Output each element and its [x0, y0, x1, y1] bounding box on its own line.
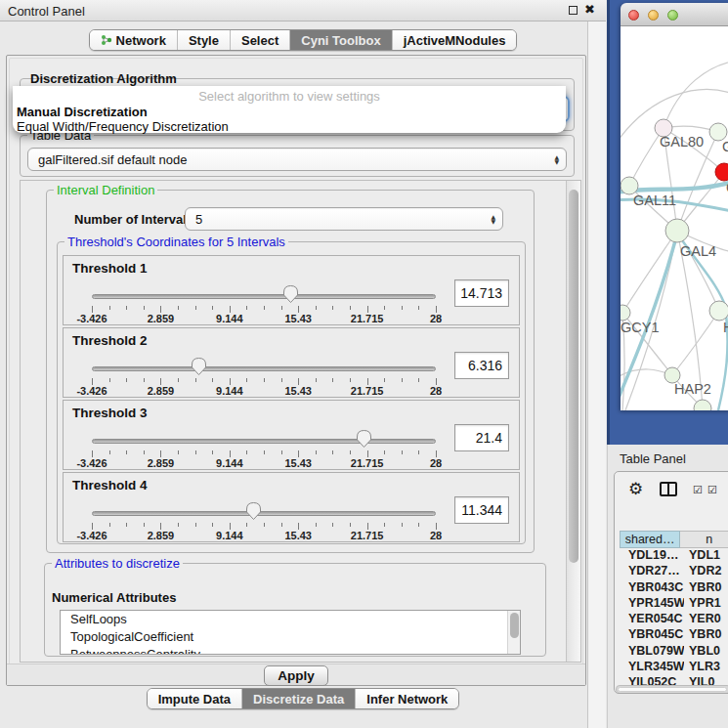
slider-thumb[interactable] [245, 501, 262, 521]
table-data-combobox[interactable]: galFiltered.sif default node ▲▼ [27, 148, 567, 171]
slider-track[interactable] [92, 294, 436, 299]
threshold-value-input[interactable] [454, 279, 509, 307]
slider-track[interactable] [92, 439, 436, 444]
columns-icon[interactable] [660, 482, 677, 496]
table-row[interactable]: YDL19…YDL1 [620, 548, 728, 564]
threshold-value-input[interactable] [454, 352, 509, 379]
panel-right-gutter [587, 21, 606, 728]
table-header-row: shared… n [620, 531, 728, 548]
cell-name[interactable]: YBR0 [684, 580, 728, 596]
tab-jactivemnodules[interactable]: jActiveMNodules [392, 30, 517, 50]
table-row[interactable]: YBR045CYBR0 [620, 627, 728, 643]
table-row[interactable]: YBL079WYBL0 [620, 644, 728, 660]
cell-name[interactable]: YBL0 [684, 644, 728, 660]
cell-name[interactable]: YPR1 [684, 596, 728, 612]
checkbox-icon[interactable]: ☑ [707, 484, 717, 496]
cell-shared-name[interactable]: YBR045C [620, 627, 684, 643]
scrollbar-thumb[interactable] [569, 190, 578, 563]
zoom-traffic-light-icon[interactable] [667, 10, 678, 21]
cell-name[interactable]: YER0 [684, 612, 728, 627]
slider-thumb[interactable] [191, 357, 207, 376]
node-label: GAL4 [680, 243, 716, 259]
threshold-panel-4: Threshold 4-3.4262.8599.14415.4321.71528 [63, 472, 520, 542]
slider-tick [316, 523, 317, 527]
gear-icon[interactable]: ⚙ [628, 479, 643, 498]
float-window-icon[interactable] [569, 6, 578, 15]
network-canvas[interactable]: GAL80GALCGAL11GAL4GCY1HHAP2 [621, 26, 728, 410]
tab-impute-data[interactable]: Impute Data [148, 689, 241, 708]
algorithm-prompt-item[interactable]: Select algorithm to view settings [13, 89, 566, 104]
threshold-panel-1: Threshold 1-3.4262.8599.14415.4321.71528 [63, 255, 520, 325]
close-traffic-light-icon[interactable] [628, 10, 639, 21]
tab-network[interactable]: Network [90, 30, 177, 50]
slider-tick [246, 378, 247, 382]
cell-shared-name[interactable]: YBR043C [620, 580, 684, 596]
cell-shared-name[interactable]: YLR345W [620, 660, 684, 675]
tab-discretize-data[interactable]: Discretize Data [241, 689, 355, 708]
threshold-slider[interactable]: -3.4262.8599.14415.4321.71528 [83, 281, 474, 324]
slider-track[interactable] [92, 366, 436, 371]
checkbox-icon[interactable]: ☑ [693, 484, 703, 496]
cell-name[interactable]: YDL1 [684, 548, 728, 564]
table-row[interactable]: YDR27…YDR2 [620, 564, 728, 579]
tab-style[interactable]: Style [177, 30, 230, 50]
cell-name[interactable]: YLR3 [684, 660, 728, 675]
network-node-c[interactable] [715, 163, 728, 181]
network-node-gcy1[interactable] [621, 305, 630, 321]
close-icon[interactable]: ✖ [584, 2, 595, 17]
algorithm-option-equal-width[interactable]: Equal Width/Frequency Discretization [17, 119, 229, 134]
network-node-gal4[interactable] [665, 219, 689, 242]
tab-infer-network[interactable]: Infer Network [355, 689, 458, 708]
cell-shared-name[interactable]: YER054C [620, 612, 684, 627]
cell-shared-name[interactable]: YPR145W [620, 596, 684, 612]
scrollbar-thumb[interactable] [618, 687, 727, 692]
table-row[interactable]: YER054CYER0 [620, 612, 728, 627]
interval-definition-label: Interval Definition [54, 183, 157, 197]
slider-tick [367, 378, 368, 385]
threshold-slider[interactable]: -3.4262.8599.14415.4321.71528 [83, 354, 474, 397]
slider-tick-label: 15.43 [284, 313, 312, 324]
slider-track[interactable] [92, 511, 436, 516]
cell-shared-name[interactable]: YDR27… [620, 564, 684, 579]
node-label: H [723, 320, 728, 335]
apply-button[interactable]: Apply [264, 665, 328, 686]
threshold-value-input[interactable] [454, 424, 509, 451]
attributes-list-scrollbar[interactable] [507, 611, 520, 654]
table-row[interactable]: YPR145WYPR1 [620, 596, 728, 612]
attribute-list-item[interactable]: SelfLoops [61, 611, 520, 628]
slider-tick [109, 450, 110, 454]
threshold-slider[interactable]: -3.4262.8599.14415.4321.71528 [83, 498, 474, 541]
slider-tick-label: 9.144 [216, 457, 243, 469]
number-of-intervals-label: Number of Intervals [74, 212, 193, 227]
column-header-shared-name[interactable]: shared… [620, 531, 680, 548]
numerical-attributes-list[interactable]: SelfLoopsTopologicalCoefficientBetweenne… [60, 610, 521, 655]
threshold-value-input[interactable] [454, 496, 509, 524]
cell-name[interactable]: YBR0 [684, 627, 728, 643]
table-row[interactable]: YLR345WYLR3 [620, 660, 728, 675]
tab-cyni-toolbox[interactable]: Cyni Toolbox [289, 30, 391, 50]
attribute-list-item[interactable]: BetweennessCentrality [61, 646, 520, 655]
slider-tick [436, 523, 437, 530]
table-row[interactable]: YBR043CYBR0 [620, 580, 728, 596]
slider-tick [126, 450, 127, 454]
slider-thumb[interactable] [282, 284, 299, 304]
table-horizontal-scrollbar[interactable] [616, 685, 728, 694]
network-desktop: GAL80GALCGAL11GAL4GCY1HHAP2 [607, 0, 728, 445]
settings-vertical-scrollbar[interactable] [566, 181, 580, 662]
cell-shared-name[interactable]: YDL19… [620, 548, 684, 564]
slider-thumb[interactable] [356, 429, 372, 449]
attribute-list-item[interactable]: TopologicalCoefficient [61, 628, 520, 646]
network-node-h[interactable] [709, 301, 728, 321]
slider-tick [212, 523, 213, 527]
cell-name[interactable]: YDR2 [684, 564, 728, 579]
slider-tick [281, 523, 282, 527]
algorithm-option-manual[interactable]: Manual Discretization [17, 105, 148, 119]
slider-tick [402, 306, 403, 310]
number-of-intervals-combobox[interactable]: 5 ▲▼ [185, 207, 503, 231]
cell-shared-name[interactable]: YBL079W [620, 644, 684, 660]
minimize-traffic-light-icon[interactable] [648, 10, 659, 21]
column-header-name[interactable]: n [680, 531, 728, 548]
tab-select[interactable]: Select [230, 30, 289, 50]
threshold-slider[interactable]: -3.4262.8599.14415.4321.71528 [83, 426, 474, 469]
thresholds-group: Threshold's Coordinates for 5 Intervals … [57, 241, 526, 544]
